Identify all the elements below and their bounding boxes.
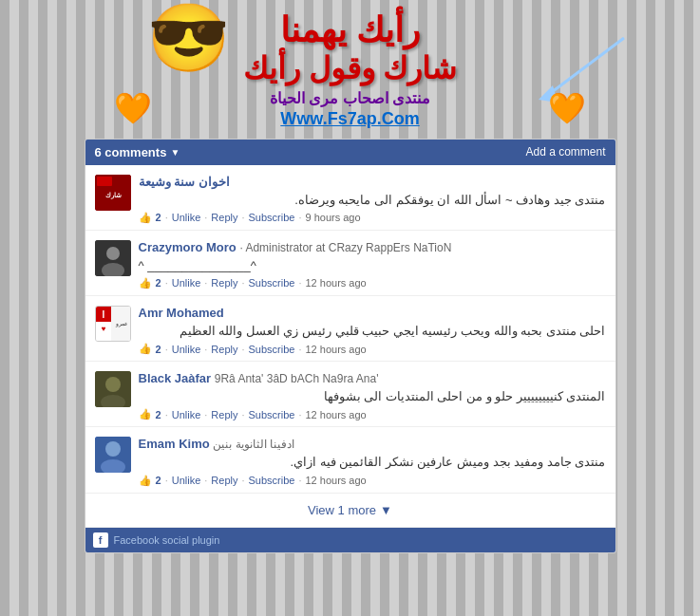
- heart-right-icon: 🧡: [548, 90, 586, 126]
- heart-left-icon: 🧡: [114, 90, 152, 126]
- unlike-button[interactable]: Unlike: [172, 277, 201, 289]
- comments-count-area[interactable]: 6 comments ▼: [95, 145, 180, 159]
- commenter-name[interactable]: اخوان سنة وشيعة: [139, 175, 606, 189]
- comment-time: 9 hours ago: [306, 212, 361, 223]
- comment-body: Black Jaàfar 9Râ Anta' 3âD bACh Na9ra An…: [139, 371, 606, 420]
- comment-text: منتدى جامد ومفيد بجد وميش عارفين نشكر ال…: [139, 454, 606, 471]
- commenter-role: · Administrator at CRazy RappErs NaTioN: [239, 241, 451, 254]
- banner-url[interactable]: Www.Fs7ap.Com: [9, 109, 691, 129]
- avatar: [95, 371, 131, 407]
- table-row: I ♥ عمرو Amr Mohamed احلى منتدى بحبه وال…: [85, 296, 615, 362]
- avatar: [95, 240, 131, 276]
- comment-text: احلى منتدى بحبه والله ويحب رئيسيه ايجي ح…: [139, 323, 606, 340]
- comment-time: 12 hours ago: [306, 409, 367, 420]
- commenter-extra: 9Râ Anta' 3âD bACh Na9ra Ana': [215, 372, 379, 385]
- like-count: 2: [156, 212, 161, 223]
- svg-rect-3: [97, 177, 112, 186]
- commenter-name[interactable]: Amr Mohamed: [139, 306, 606, 320]
- unlike-button[interactable]: Unlike: [172, 475, 201, 486]
- subscribe-button[interactable]: Subscribe: [249, 212, 295, 223]
- unlike-button[interactable]: Unlike: [172, 212, 201, 223]
- reply-button[interactable]: Reply: [211, 277, 237, 289]
- arrow-decoration: [529, 28, 643, 104]
- subscribe-button[interactable]: Subscribe: [249, 475, 295, 486]
- subscribe-button[interactable]: Subscribe: [249, 277, 295, 289]
- chevron-down-icon: ▼: [380, 503, 392, 517]
- like-icon: 👍: [139, 277, 152, 289]
- like-icon: 👍: [139, 343, 152, 355]
- avatar: [95, 437, 131, 473]
- like-icon: 👍: [139, 475, 152, 487]
- like-count: 2: [156, 475, 161, 486]
- svg-text:♥: ♥: [101, 325, 105, 333]
- comments-count-label: 6 comments: [95, 145, 167, 159]
- commenter-extra: ادفينا الثانوية بنين: [213, 438, 294, 451]
- svg-text:I: I: [102, 309, 104, 320]
- add-comment-button[interactable]: Add a comment: [525, 145, 605, 159]
- commenter-name[interactable]: Crazymoro Moro · Administrator at CRazy …: [139, 240, 606, 254]
- table-row: Emam Kimo ادفينا الثانوية بنين منتدى جام…: [85, 427, 615, 493]
- table-row: Black Jaàfar 9Râ Anta' 3âD bACh Na9ra An…: [85, 362, 615, 427]
- svg-point-6: [106, 247, 120, 260]
- fb-comments-header: 6 comments ▼ Add a comment: [85, 140, 615, 165]
- comment-body: Crazymoro Moro · Administrator at CRazy …: [139, 240, 606, 289]
- like-count: 2: [156, 277, 161, 289]
- view-more-button[interactable]: View 1 more ▼: [85, 494, 615, 528]
- comment-body: اخوان سنة وشيعة منتدى جيد وهادف ~ اسأل ا…: [139, 175, 606, 224]
- avatar: شارك: [95, 175, 131, 211]
- comment-time: 12 hours ago: [306, 344, 367, 355]
- svg-line-0: [548, 38, 624, 95]
- reply-button[interactable]: Reply: [211, 344, 237, 355]
- comment-time: 12 hours ago: [306, 475, 367, 486]
- fb-footer: f Facebook social plugin: [85, 528, 615, 552]
- facebook-icon: f: [93, 532, 108, 548]
- svg-text:شارك: شارك: [104, 192, 121, 199]
- comments-list: شارك اخوان سنة وشيعة منتدى جيد وهادف ~ ا…: [85, 165, 615, 528]
- comment-body: Amr Mohamed احلى منتدى بحبه والله ويحب ر…: [139, 306, 606, 355]
- subscribe-button[interactable]: Subscribe: [249, 409, 295, 420]
- chevron-down-icon: ▼: [170, 147, 180, 158]
- comment-actions: 👍 2 · Unlike · Reply · Subscribe · 12 ho…: [139, 277, 606, 289]
- comment-actions: 👍 2 · Unlike · Reply · Subscribe · 9 hou…: [139, 212, 606, 224]
- emoji-icon: 😎: [147, 5, 230, 71]
- comment-body: Emam Kimo ادفينا الثانوية بنين منتدى جام…: [139, 437, 606, 486]
- table-row: Crazymoro Moro · Administrator at CRazy …: [85, 231, 615, 296]
- comment-actions: 👍 2 · Unlike · Reply · Subscribe · 12 ho…: [139, 343, 606, 355]
- like-count: 2: [156, 344, 161, 355]
- svg-point-15: [105, 377, 121, 392]
- reply-button[interactable]: Reply: [211, 475, 237, 486]
- fb-comments-wrapper: 6 comments ▼ Add a comment شارك: [85, 139, 616, 553]
- reply-button[interactable]: Reply: [211, 409, 237, 420]
- comment-text: المنتدى كنيييييييير حلو و من احلى المنتد…: [139, 388, 606, 405]
- like-icon: 👍: [139, 212, 152, 224]
- unlike-button[interactable]: Unlike: [172, 409, 201, 420]
- avatar: I ♥ عمرو: [95, 306, 131, 342]
- unlike-button[interactable]: Unlike: [172, 344, 201, 355]
- table-row: شارك اخوان سنة وشيعة منتدى جيد وهادف ~ ا…: [85, 165, 615, 231]
- svg-text:عمرو: عمرو: [114, 321, 127, 327]
- banner: 😎 رأيك يهمنا شارك وقول رأيك منتدى اصحاب …: [0, 0, 700, 134]
- like-count: 2: [156, 409, 161, 420]
- fb-plugin-label: Facebook social plugin: [114, 534, 220, 546]
- comment-text: منتدى جيد وهادف ~ اسأل الله ان يوفقكم ال…: [139, 192, 606, 209]
- comment-actions: 👍 2 · Unlike · Reply · Subscribe · 12 ho…: [139, 408, 606, 420]
- comment-time: 12 hours ago: [306, 277, 367, 289]
- view-more-label: View 1 more: [308, 503, 376, 517]
- reply-button[interactable]: Reply: [211, 212, 237, 223]
- svg-point-18: [105, 441, 121, 457]
- comment-actions: 👍 2 · Unlike · Reply · Subscribe · 12 ho…: [139, 475, 606, 487]
- commenter-name[interactable]: Black Jaàfar 9Râ Anta' 3âD bACh Na9ra An…: [139, 371, 606, 385]
- subscribe-button[interactable]: Subscribe: [249, 344, 295, 355]
- like-icon: 👍: [139, 408, 152, 420]
- commenter-name[interactable]: Emam Kimo ادفينا الثانوية بنين: [139, 437, 606, 451]
- comment-text: ^ _______________^: [139, 257, 606, 274]
